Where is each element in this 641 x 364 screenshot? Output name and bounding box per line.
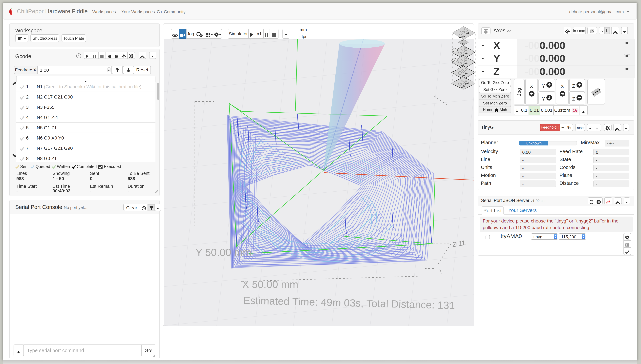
svg-text:-: - <box>454 48 455 52</box>
svg-text:X 50.00 mm: X 50.00 mm <box>242 278 298 290</box>
svg-text:Y 50.00 mm: Y 50.00 mm <box>196 246 252 258</box>
svg-text:A: A <box>592 30 594 33</box>
svg-text:-: - <box>454 58 455 62</box>
